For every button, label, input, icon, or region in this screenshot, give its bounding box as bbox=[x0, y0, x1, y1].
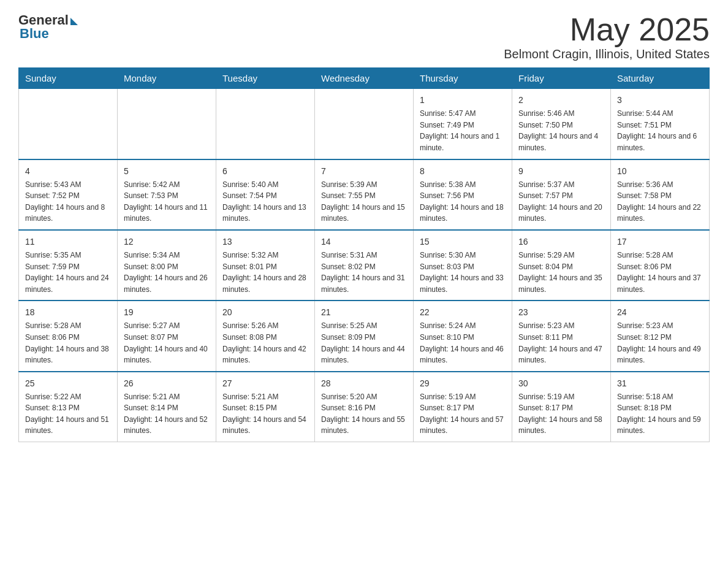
day-info: Sunrise: 5:40 AM Sunset: 7:54 PM Dayligh… bbox=[222, 179, 308, 224]
day-info: Sunrise: 5:25 AM Sunset: 8:09 PM Dayligh… bbox=[321, 320, 407, 366]
calendar-day-cell: 5Sunrise: 5:42 AM Sunset: 7:53 PM Daylig… bbox=[118, 159, 216, 230]
day-number: 8 bbox=[420, 165, 506, 178]
calendar-day-cell: 28Sunrise: 5:20 AM Sunset: 8:16 PM Dayli… bbox=[315, 372, 414, 442]
day-number: 16 bbox=[518, 236, 604, 248]
calendar-day-cell: 23Sunrise: 5:23 AM Sunset: 8:11 PM Dayli… bbox=[512, 301, 611, 371]
day-info: Sunrise: 5:29 AM Sunset: 8:04 PM Dayligh… bbox=[518, 250, 604, 295]
calendar-day-cell: 1Sunrise: 5:47 AM Sunset: 7:49 PM Daylig… bbox=[414, 89, 512, 159]
day-info: Sunrise: 5:36 AM Sunset: 7:58 PM Dayligh… bbox=[617, 179, 703, 224]
day-number: 21 bbox=[321, 306, 407, 319]
calendar-day-cell: 27Sunrise: 5:21 AM Sunset: 8:15 PM Dayli… bbox=[216, 372, 315, 442]
calendar-header-row: SundayMondayTuesdayWednesdayThursdayFrid… bbox=[19, 68, 710, 89]
day-number: 29 bbox=[420, 377, 506, 390]
calendar-week-row: 25Sunrise: 5:22 AM Sunset: 8:13 PM Dayli… bbox=[19, 372, 710, 442]
day-number: 19 bbox=[124, 306, 210, 319]
calendar-day-cell: 2Sunrise: 5:46 AM Sunset: 7:50 PM Daylig… bbox=[512, 89, 611, 159]
calendar-day-cell bbox=[118, 89, 216, 159]
day-info: Sunrise: 5:37 AM Sunset: 7:57 PM Dayligh… bbox=[518, 179, 604, 224]
calendar-day-cell: 20Sunrise: 5:26 AM Sunset: 8:08 PM Dayli… bbox=[216, 301, 315, 371]
calendar-day-cell: 25Sunrise: 5:22 AM Sunset: 8:13 PM Dayli… bbox=[19, 372, 118, 442]
calendar-week-row: 1Sunrise: 5:47 AM Sunset: 7:49 PM Daylig… bbox=[19, 89, 710, 159]
day-info: Sunrise: 5:42 AM Sunset: 7:53 PM Dayligh… bbox=[124, 179, 210, 224]
day-number: 4 bbox=[25, 165, 111, 178]
day-info: Sunrise: 5:44 AM Sunset: 7:51 PM Dayligh… bbox=[617, 108, 703, 153]
calendar-day-cell: 26Sunrise: 5:21 AM Sunset: 8:14 PM Dayli… bbox=[118, 372, 216, 442]
logo: General Blue bbox=[18, 12, 78, 42]
calendar-day-header: Saturday bbox=[611, 68, 710, 89]
day-info: Sunrise: 5:35 AM Sunset: 7:59 PM Dayligh… bbox=[25, 250, 111, 295]
day-number: 12 bbox=[124, 236, 210, 248]
day-info: Sunrise: 5:31 AM Sunset: 8:02 PM Dayligh… bbox=[321, 250, 407, 295]
page-header: General Blue May 2025 Belmont Cragin, Il… bbox=[18, 12, 710, 61]
day-number: 5 bbox=[124, 165, 210, 178]
day-number: 31 bbox=[617, 377, 703, 390]
day-info: Sunrise: 5:21 AM Sunset: 8:14 PM Dayligh… bbox=[124, 391, 210, 437]
calendar-day-cell: 31Sunrise: 5:18 AM Sunset: 8:18 PM Dayli… bbox=[611, 372, 710, 442]
day-info: Sunrise: 5:19 AM Sunset: 8:17 PM Dayligh… bbox=[420, 391, 506, 437]
day-info: Sunrise: 5:26 AM Sunset: 8:08 PM Dayligh… bbox=[222, 320, 308, 366]
day-number: 28 bbox=[321, 377, 407, 390]
day-info: Sunrise: 5:28 AM Sunset: 8:06 PM Dayligh… bbox=[617, 250, 703, 295]
calendar-week-row: 18Sunrise: 5:28 AM Sunset: 8:06 PM Dayli… bbox=[19, 301, 710, 371]
calendar-week-row: 4Sunrise: 5:43 AM Sunset: 7:52 PM Daylig… bbox=[19, 159, 710, 230]
calendar-day-cell: 29Sunrise: 5:19 AM Sunset: 8:17 PM Dayli… bbox=[414, 372, 512, 442]
day-info: Sunrise: 5:39 AM Sunset: 7:55 PM Dayligh… bbox=[321, 179, 407, 224]
day-number: 13 bbox=[222, 236, 308, 248]
day-number: 15 bbox=[420, 236, 506, 248]
day-number: 6 bbox=[222, 165, 308, 178]
calendar-day-header: Monday bbox=[118, 68, 216, 89]
calendar-day-cell bbox=[19, 89, 118, 159]
day-info: Sunrise: 5:28 AM Sunset: 8:06 PM Dayligh… bbox=[25, 320, 111, 366]
day-info: Sunrise: 5:20 AM Sunset: 8:16 PM Dayligh… bbox=[321, 391, 407, 437]
calendar-day-cell: 4Sunrise: 5:43 AM Sunset: 7:52 PM Daylig… bbox=[19, 159, 118, 230]
calendar-day-cell: 21Sunrise: 5:25 AM Sunset: 8:09 PM Dayli… bbox=[315, 301, 414, 371]
day-info: Sunrise: 5:23 AM Sunset: 8:11 PM Dayligh… bbox=[518, 320, 604, 366]
calendar-day-cell: 15Sunrise: 5:30 AM Sunset: 8:03 PM Dayli… bbox=[414, 230, 512, 301]
day-number: 1 bbox=[420, 94, 506, 107]
day-number: 10 bbox=[617, 165, 703, 178]
location-title: Belmont Cragin, Illinois, United States bbox=[504, 47, 710, 61]
day-number: 22 bbox=[420, 306, 506, 319]
calendar-day-cell: 11Sunrise: 5:35 AM Sunset: 7:59 PM Dayli… bbox=[19, 230, 118, 301]
calendar-day-cell: 8Sunrise: 5:38 AM Sunset: 7:56 PM Daylig… bbox=[414, 159, 512, 230]
day-number: 27 bbox=[222, 377, 308, 390]
day-number: 17 bbox=[617, 236, 703, 248]
day-info: Sunrise: 5:38 AM Sunset: 7:56 PM Dayligh… bbox=[420, 179, 506, 224]
calendar-day-cell: 14Sunrise: 5:31 AM Sunset: 8:02 PM Dayli… bbox=[315, 230, 414, 301]
calendar-day-cell: 17Sunrise: 5:28 AM Sunset: 8:06 PM Dayli… bbox=[611, 230, 710, 301]
calendar-day-cell: 13Sunrise: 5:32 AM Sunset: 8:01 PM Dayli… bbox=[216, 230, 315, 301]
day-info: Sunrise: 5:32 AM Sunset: 8:01 PM Dayligh… bbox=[222, 250, 308, 295]
day-info: Sunrise: 5:18 AM Sunset: 8:18 PM Dayligh… bbox=[617, 391, 703, 437]
day-number: 30 bbox=[518, 377, 604, 390]
day-number: 2 bbox=[518, 94, 604, 107]
calendar-day-cell: 12Sunrise: 5:34 AM Sunset: 8:00 PM Dayli… bbox=[118, 230, 216, 301]
calendar-day-cell: 18Sunrise: 5:28 AM Sunset: 8:06 PM Dayli… bbox=[19, 301, 118, 371]
day-number: 11 bbox=[25, 236, 111, 248]
calendar-day-cell: 7Sunrise: 5:39 AM Sunset: 7:55 PM Daylig… bbox=[315, 159, 414, 230]
day-info: Sunrise: 5:46 AM Sunset: 7:50 PM Dayligh… bbox=[518, 108, 604, 153]
calendar-day-header: Tuesday bbox=[216, 68, 315, 89]
day-number: 9 bbox=[518, 165, 604, 178]
calendar-day-cell: 9Sunrise: 5:37 AM Sunset: 7:57 PM Daylig… bbox=[512, 159, 611, 230]
calendar-day-cell: 19Sunrise: 5:27 AM Sunset: 8:07 PM Dayli… bbox=[118, 301, 216, 371]
calendar-week-row: 11Sunrise: 5:35 AM Sunset: 7:59 PM Dayli… bbox=[19, 230, 710, 301]
logo-arrow-icon bbox=[70, 18, 78, 25]
day-info: Sunrise: 5:19 AM Sunset: 8:17 PM Dayligh… bbox=[518, 391, 604, 437]
day-info: Sunrise: 5:43 AM Sunset: 7:52 PM Dayligh… bbox=[25, 179, 111, 224]
calendar-day-header: Wednesday bbox=[315, 68, 414, 89]
calendar-day-header: Sunday bbox=[19, 68, 118, 89]
day-info: Sunrise: 5:47 AM Sunset: 7:49 PM Dayligh… bbox=[420, 108, 506, 153]
calendar-day-header: Friday bbox=[512, 68, 611, 89]
calendar-day-cell: 10Sunrise: 5:36 AM Sunset: 7:58 PM Dayli… bbox=[611, 159, 710, 230]
day-number: 20 bbox=[222, 306, 308, 319]
day-number: 26 bbox=[124, 377, 210, 390]
calendar-day-header: Thursday bbox=[414, 68, 512, 89]
day-info: Sunrise: 5:27 AM Sunset: 8:07 PM Dayligh… bbox=[124, 320, 210, 366]
day-info: Sunrise: 5:34 AM Sunset: 8:00 PM Dayligh… bbox=[124, 250, 210, 295]
day-info: Sunrise: 5:22 AM Sunset: 8:13 PM Dayligh… bbox=[25, 391, 111, 437]
day-number: 7 bbox=[321, 165, 407, 178]
calendar-day-cell: 24Sunrise: 5:23 AM Sunset: 8:12 PM Dayli… bbox=[611, 301, 710, 371]
day-number: 25 bbox=[25, 377, 111, 390]
calendar-day-cell: 22Sunrise: 5:24 AM Sunset: 8:10 PM Dayli… bbox=[414, 301, 512, 371]
calendar-day-cell: 6Sunrise: 5:40 AM Sunset: 7:54 PM Daylig… bbox=[216, 159, 315, 230]
